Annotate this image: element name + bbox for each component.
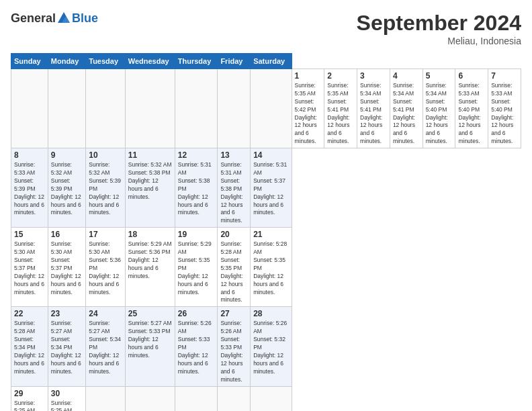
day-info: Sunrise: 5:27 AMSunset: 5:34 PMDaylight:… xyxy=(51,320,83,375)
logo-general: General xyxy=(11,11,56,26)
calendar-cell: 24Sunrise: 5:27 AMSunset: 5:34 PMDayligh… xyxy=(86,307,125,386)
col-monday: Monday xyxy=(48,54,85,69)
calendar-cell: 2Sunrise: 5:35 AMSunset: 5:41 PMDaylight… xyxy=(324,69,357,148)
col-thursday: Thursday xyxy=(175,54,218,69)
day-info: Sunrise: 5:30 AMSunset: 5:36 PMDaylight:… xyxy=(89,240,122,296)
day-info: Sunrise: 5:34 AMSunset: 5:41 PMDaylight:… xyxy=(393,82,420,146)
day-number: 6 xyxy=(458,71,485,81)
day-info: Sunrise: 5:25 AMSunset: 5:32 PMDaylight:… xyxy=(51,400,83,412)
calendar-week-row: 8Sunrise: 5:33 AMSunset: 5:39 PMDaylight… xyxy=(11,148,521,228)
day-info: Sunrise: 5:26 AMSunset: 5:32 PMDaylight:… xyxy=(253,320,288,375)
calendar-cell xyxy=(86,386,125,411)
calendar-cell: 22Sunrise: 5:28 AMSunset: 5:34 PMDayligh… xyxy=(11,307,48,386)
day-number: 18 xyxy=(128,230,172,239)
calendar-cell: 28Sunrise: 5:26 AMSunset: 5:32 PMDayligh… xyxy=(251,307,292,386)
day-info: Sunrise: 5:28 AMSunset: 5:35 PMDaylight:… xyxy=(253,240,288,296)
calendar-cell: 17Sunrise: 5:30 AMSunset: 5:36 PMDayligh… xyxy=(86,228,125,307)
day-number: 14 xyxy=(253,150,288,160)
day-info: Sunrise: 5:33 AMSunset: 5:39 PMDaylight:… xyxy=(14,161,45,217)
day-info: Sunrise: 5:25 AMSunset: 5:32 PMDaylight:… xyxy=(14,400,45,412)
day-number: 5 xyxy=(426,71,453,81)
header: General Blue September 2024 Meliau, Indo… xyxy=(11,11,521,46)
calendar-cell: 13Sunrise: 5:31 AMSunset: 5:38 PMDayligh… xyxy=(218,148,251,228)
day-info: Sunrise: 5:32 AMSunset: 5:39 PMDaylight:… xyxy=(89,161,122,217)
calendar-cell: 19Sunrise: 5:29 AMSunset: 5:35 PMDayligh… xyxy=(175,228,218,307)
calendar-cell: 18Sunrise: 5:29 AMSunset: 5:36 PMDayligh… xyxy=(125,228,175,307)
logo-icon xyxy=(56,11,71,26)
calendar-cell: 3Sunrise: 5:34 AMSunset: 5:41 PMDaylight… xyxy=(357,69,390,148)
day-number: 12 xyxy=(178,150,215,160)
day-info: Sunrise: 5:35 AMSunset: 5:41 PMDaylight:… xyxy=(327,82,354,146)
day-info: Sunrise: 5:27 AMSunset: 5:33 PMDaylight:… xyxy=(128,320,172,359)
day-number: 29 xyxy=(14,389,45,398)
col-sunday: Sunday xyxy=(11,54,48,69)
day-number: 9 xyxy=(51,150,83,160)
page: General Blue September 2024 Meliau, Indo… xyxy=(0,0,532,411)
day-info: Sunrise: 5:35 AMSunset: 5:42 PMDaylight:… xyxy=(295,82,322,146)
calendar-cell: 21Sunrise: 5:28 AMSunset: 5:35 PMDayligh… xyxy=(251,228,292,307)
logo-blue: Blue xyxy=(72,11,98,26)
calendar-cell: 29Sunrise: 5:25 AMSunset: 5:32 PMDayligh… xyxy=(11,386,48,411)
day-info: Sunrise: 5:33 AMSunset: 5:40 PMDaylight:… xyxy=(458,82,485,146)
day-number: 13 xyxy=(220,150,247,160)
calendar-cell: 1Sunrise: 5:35 AMSunset: 5:42 PMDaylight… xyxy=(292,69,324,148)
calendar-week-row: 15Sunrise: 5:30 AMSunset: 5:37 PMDayligh… xyxy=(11,228,521,307)
day-number: 27 xyxy=(220,309,247,318)
calendar-cell xyxy=(175,69,218,148)
day-number: 10 xyxy=(89,150,122,160)
day-number: 15 xyxy=(14,230,45,239)
day-number: 23 xyxy=(51,309,83,318)
calendar-header-row: Sunday Monday Tuesday Wednesday Thursday… xyxy=(11,54,521,69)
day-number: 4 xyxy=(393,71,420,81)
day-number: 24 xyxy=(89,309,122,318)
calendar-cell xyxy=(125,386,175,411)
calendar-week-row: 1Sunrise: 5:35 AMSunset: 5:42 PMDaylight… xyxy=(11,69,521,148)
day-info: Sunrise: 5:26 AMSunset: 5:33 PMDaylight:… xyxy=(220,320,247,383)
calendar-week-row: 22Sunrise: 5:28 AMSunset: 5:34 PMDayligh… xyxy=(11,307,521,386)
day-info: Sunrise: 5:32 AMSunset: 5:38 PMDaylight:… xyxy=(128,161,172,201)
calendar-cell: 15Sunrise: 5:30 AMSunset: 5:37 PMDayligh… xyxy=(11,228,48,307)
calendar-cell: 6Sunrise: 5:33 AMSunset: 5:40 PMDaylight… xyxy=(455,69,488,148)
day-number: 22 xyxy=(14,309,45,318)
col-saturday: Saturday xyxy=(251,54,292,69)
location: Meliau, Indonesia xyxy=(357,36,521,46)
calendar-cell: 9Sunrise: 5:32 AMSunset: 5:39 PMDaylight… xyxy=(48,148,85,228)
day-info: Sunrise: 5:27 AMSunset: 5:34 PMDaylight:… xyxy=(89,320,122,375)
calendar-cell: 20Sunrise: 5:28 AMSunset: 5:35 PMDayligh… xyxy=(218,228,251,307)
day-info: Sunrise: 5:30 AMSunset: 5:37 PMDaylight:… xyxy=(51,240,83,296)
calendar-cell xyxy=(218,69,251,148)
calendar-cell: 23Sunrise: 5:27 AMSunset: 5:34 PMDayligh… xyxy=(48,307,85,386)
day-number: 25 xyxy=(128,309,172,318)
calendar-cell: 4Sunrise: 5:34 AMSunset: 5:41 PMDaylight… xyxy=(390,69,423,148)
day-info: Sunrise: 5:28 AMSunset: 5:34 PMDaylight:… xyxy=(14,320,45,375)
day-number: 7 xyxy=(491,71,518,81)
calendar-cell: 26Sunrise: 5:26 AMSunset: 5:33 PMDayligh… xyxy=(175,307,218,386)
day-info: Sunrise: 5:31 AMSunset: 5:38 PMDaylight:… xyxy=(178,161,215,217)
title-area: September 2024 Meliau, Indonesia xyxy=(357,11,521,46)
day-info: Sunrise: 5:26 AMSunset: 5:33 PMDaylight:… xyxy=(178,320,215,375)
day-number: 16 xyxy=(51,230,83,239)
calendar-cell xyxy=(251,69,292,148)
day-number: 26 xyxy=(178,309,215,318)
calendar-cell xyxy=(86,69,125,148)
calendar-cell xyxy=(251,386,292,411)
col-tuesday: Tuesday xyxy=(86,54,125,69)
day-info: Sunrise: 5:29 AMSunset: 5:35 PMDaylight:… xyxy=(178,240,215,296)
day-number: 20 xyxy=(220,230,247,239)
calendar-cell xyxy=(48,69,85,148)
day-info: Sunrise: 5:29 AMSunset: 5:36 PMDaylight:… xyxy=(128,240,172,280)
calendar-cell: 10Sunrise: 5:32 AMSunset: 5:39 PMDayligh… xyxy=(86,148,125,228)
day-number: 11 xyxy=(128,150,172,160)
calendar-cell: 30Sunrise: 5:25 AMSunset: 5:32 PMDayligh… xyxy=(48,386,85,411)
day-number: 19 xyxy=(178,230,215,239)
day-number: 2 xyxy=(327,71,354,81)
month-title: September 2024 xyxy=(357,11,521,36)
calendar-cell: 11Sunrise: 5:32 AMSunset: 5:38 PMDayligh… xyxy=(125,148,175,228)
col-wednesday: Wednesday xyxy=(125,54,175,69)
day-number: 3 xyxy=(360,71,387,81)
calendar-cell xyxy=(11,69,48,148)
calendar-cell: 8Sunrise: 5:33 AMSunset: 5:39 PMDaylight… xyxy=(11,148,48,228)
calendar-cell: 27Sunrise: 5:26 AMSunset: 5:33 PMDayligh… xyxy=(218,307,251,386)
calendar-cell: 14Sunrise: 5:31 AMSunset: 5:37 PMDayligh… xyxy=(251,148,292,228)
calendar-cell: 7Sunrise: 5:33 AMSunset: 5:40 PMDaylight… xyxy=(488,69,521,148)
